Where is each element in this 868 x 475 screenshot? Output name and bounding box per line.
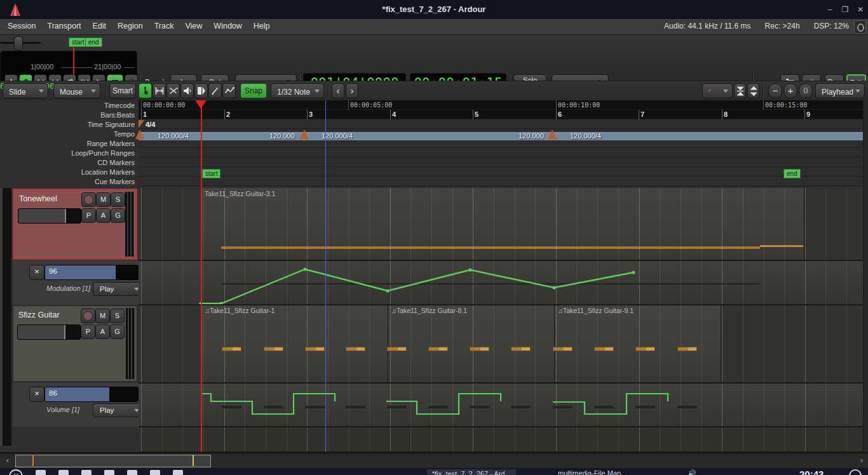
mouse-mode-dropdown[interactable]: Mouse (53, 83, 100, 98)
midi-note-long[interactable] (760, 245, 803, 247)
menu-window[interactable]: Window (208, 19, 247, 33)
track-name[interactable]: Sfizz Guitar (18, 311, 60, 319)
taskbar-app-icon[interactable] (58, 470, 69, 475)
nudge-back-button[interactable]: ‹ (332, 83, 344, 98)
ruler-label-range-markers[interactable]: Range Markers (4, 140, 135, 147)
ruler-label-cue-markers[interactable]: Cue Markers (4, 178, 135, 185)
mute-button[interactable]: M (95, 309, 110, 323)
shuttle-slider[interactable] (0, 35, 41, 51)
grid-unit-dropdown[interactable]: 1/32 Note (271, 83, 324, 98)
playhead-line[interactable] (201, 100, 202, 188)
taskbar-app-icon[interactable] (150, 470, 160, 475)
menu-view[interactable]: View (179, 19, 208, 33)
midi-note[interactable] (553, 347, 573, 351)
zoom-fit-button[interactable]: ⟨⟩ (799, 83, 813, 98)
ruler-label-timecode[interactable]: Timecode (4, 102, 135, 109)
taskbar-app-icon[interactable] (36, 470, 46, 475)
taskbar-app-icon[interactable] (127, 470, 137, 475)
region-tonewheel[interactable]: Take11_Sfizz Guitar-3.1 (201, 188, 804, 260)
taskbar-activities-icon[interactable]: ✕ (9, 469, 23, 475)
midi-note[interactable] (305, 347, 325, 351)
taskbar-task[interactable]: *fix_test_7_2_267 - Ard... (427, 469, 516, 475)
lane-value-slider[interactable]: 96 (44, 265, 139, 280)
taskbar-app-icon[interactable] (104, 470, 114, 475)
summary-view-rectangle[interactable] (15, 455, 211, 467)
tempo-marker-icon[interactable] (548, 130, 557, 139)
draw-tool-button[interactable] (208, 83, 222, 98)
playhead-line[interactable] (201, 188, 202, 452)
ruler-row-timesig[interactable] (139, 119, 868, 129)
ruler-label-tempo[interactable]: Tempo (4, 130, 135, 138)
solo-button[interactable]: S (111, 192, 125, 207)
menu-session[interactable]: Session (2, 19, 41, 33)
time-signature-marker-icon[interactable] (139, 120, 144, 128)
midi-note[interactable] (635, 347, 655, 351)
range-tool-button[interactable] (153, 83, 166, 98)
menu-edit[interactable]: Edit (87, 19, 112, 33)
taskbar-power-icon[interactable] (849, 469, 862, 475)
expand-tracks-button[interactable] (747, 83, 759, 98)
shrink-tracks-button[interactable] (734, 83, 746, 98)
zoom-focus-dropdown[interactable]: Playhead (815, 83, 865, 98)
midi-note[interactable] (677, 347, 697, 351)
group-button[interactable]: G (111, 208, 125, 223)
zoom-tool-button[interactable] (194, 83, 208, 98)
lane-mode-dropdown[interactable]: Play (93, 282, 144, 296)
playlist-button[interactable]: P (81, 208, 96, 223)
group-button[interactable]: G (110, 324, 125, 339)
ruler-label-loop-punch-ranges[interactable]: Loop/Punch Ranges (4, 149, 135, 157)
gain-fader[interactable] (18, 208, 81, 224)
hide-lane-button[interactable]: × (29, 387, 44, 402)
ruler-row-cd[interactable] (139, 157, 868, 167)
ruler-label-location-markers[interactable]: Location Markers (4, 168, 135, 176)
minimize-button[interactable]: – (824, 4, 836, 15)
ruler-label-bars-beats[interactable]: Bars:Beats (4, 111, 135, 119)
region--take11-sfizz-guitar-1[interactable]: ♫Take11_Sfizz Guitar-1 (201, 305, 388, 382)
maximize-button[interactable]: ❐ (839, 4, 851, 15)
menu-help[interactable]: Help (248, 19, 276, 33)
midi-note[interactable] (511, 347, 531, 351)
summary-navigator[interactable]: ‹ › (0, 452, 868, 468)
automation-edit-tool-button[interactable] (222, 83, 236, 98)
solo-button[interactable]: S (110, 309, 125, 323)
automation-button[interactable]: A (96, 208, 111, 223)
ruler-row-loop[interactable] (139, 148, 868, 157)
midi-note[interactable] (428, 347, 448, 351)
shuttle-handle[interactable] (14, 36, 23, 51)
midi-note[interactable] (264, 347, 283, 351)
ruler-label-cd-markers[interactable]: CD Markers (4, 159, 135, 166)
midi-note[interactable] (346, 347, 365, 351)
menu-track[interactable]: Track (149, 19, 180, 33)
midi-note[interactable] (594, 347, 614, 351)
cut-tool-button[interactable] (166, 83, 180, 98)
midi-note[interactable] (222, 347, 241, 351)
summary-next-button[interactable]: › (857, 455, 867, 466)
zoom-in-button[interactable]: + (783, 83, 797, 98)
edit-mode-dropdown[interactable]: Slide (3, 83, 48, 98)
ruler-area[interactable]: 00:00:00:0000:00:05:0000:00:10:0000:00:1… (139, 100, 868, 188)
ruler-row-timecode[interactable] (139, 100, 868, 110)
menu-transport[interactable]: Transport (41, 19, 86, 33)
ruler-row-location[interactable] (139, 167, 868, 177)
midi-note-long[interactable] (221, 246, 760, 249)
snap-toggle-button[interactable]: Snap (240, 83, 267, 98)
zoom-preset-dropdown[interactable]: * (702, 83, 733, 98)
midi-note[interactable] (470, 347, 489, 351)
arrange-canvas[interactable]: Take11_Sfizz Guitar-3.1♫Take11_Sfizz Gui… (139, 188, 868, 452)
mute-button[interactable]: M (96, 192, 111, 207)
region--take11-sfizz-guitar-9-1[interactable]: ♫Take11_Sfizz Guitar-9.1 (554, 305, 721, 382)
vertical-scrollbar[interactable] (863, 100, 868, 452)
location-marker-end[interactable]: end (783, 169, 801, 178)
nudge-forward-button[interactable]: › (346, 83, 358, 98)
lane-value-slider[interactable]: 86 (44, 387, 139, 402)
location-marker-start[interactable]: start (202, 169, 220, 178)
taskbar-task[interactable]: multimedia-File Man... (558, 469, 627, 475)
menu-region[interactable]: Region (112, 19, 149, 33)
region--take11-sfizz-guitar-8-1[interactable]: ♫Take11_Sfizz Guitar-8.1 (388, 305, 555, 382)
smart-mode-button[interactable]: Smart (109, 83, 136, 98)
zoom-out-button[interactable]: − (768, 83, 782, 98)
grab-tool-button[interactable] (139, 83, 152, 98)
gain-fader[interactable] (17, 324, 81, 340)
close-button[interactable]: ✕ (854, 4, 867, 15)
automation-button[interactable]: A (95, 324, 110, 339)
